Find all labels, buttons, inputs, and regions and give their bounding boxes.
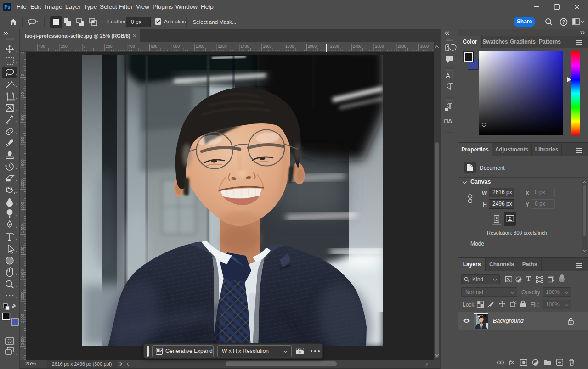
svg-text:1600: 1600 — [20, 247, 25, 256]
svg-text:2200: 2200 — [20, 314, 25, 323]
svg-text:400: 400 — [20, 114, 25, 121]
svg-text:200: 200 — [20, 52, 25, 54]
svg-text:2800: 2800 — [397, 44, 406, 49]
svg-text:400: 400 — [128, 44, 135, 49]
svg-text:A: A — [446, 72, 450, 79]
svg-text:2000: 2000 — [308, 44, 317, 49]
svg-text:200: 200 — [20, 92, 25, 98]
svg-text:?: ? — [562, 19, 565, 25]
svg-text:A: A — [448, 117, 452, 125]
svg-text:200: 200 — [61, 44, 68, 49]
svg-text:1800: 1800 — [285, 44, 294, 49]
svg-text:600: 600 — [20, 137, 25, 143]
svg-text:2400: 2400 — [353, 44, 362, 49]
svg-text:800: 800 — [173, 44, 180, 49]
svg-text:1800: 1800 — [20, 269, 25, 278]
svg-text:0: 0 — [20, 74, 25, 76]
svg-text:3000: 3000 — [420, 44, 429, 49]
svg-text:1000: 1000 — [20, 179, 25, 188]
svg-text:400: 400 — [39, 44, 45, 49]
svg-text:1200: 1200 — [218, 44, 227, 49]
svg-text:0: 0 — [84, 44, 86, 49]
svg-text:600: 600 — [151, 44, 157, 49]
svg-text:1200: 1200 — [20, 202, 25, 211]
svg-text:2000: 2000 — [20, 291, 25, 300]
svg-text:1400: 1400 — [240, 44, 249, 49]
svg-text:200: 200 — [106, 44, 112, 49]
svg-text:1600: 1600 — [263, 44, 271, 49]
svg-text:800: 800 — [20, 159, 25, 166]
svg-text:1400: 1400 — [20, 224, 25, 233]
svg-text:2600: 2600 — [375, 44, 384, 49]
svg-text:1000: 1000 — [196, 44, 204, 49]
svg-text:2200: 2200 — [330, 44, 339, 49]
svg-text:2400: 2400 — [20, 336, 25, 345]
